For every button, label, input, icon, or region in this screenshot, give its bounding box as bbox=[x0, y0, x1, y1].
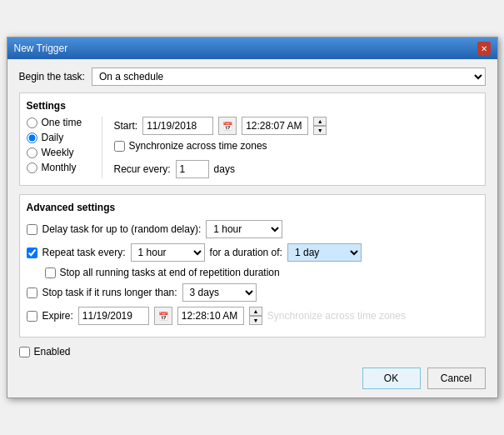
cancel-button[interactable]: Cancel bbox=[427, 368, 486, 389]
expire-checkbox[interactable] bbox=[27, 311, 37, 322]
radio-monthly[interactable]: Monthly bbox=[27, 162, 90, 173]
sync-check-row: Synchronize across time zones bbox=[114, 140, 267, 152]
expire-calendar-button[interactable]: 📅 bbox=[154, 307, 172, 325]
start-label: Start: bbox=[114, 120, 138, 132]
dialog-content: Begin the task: On a schedule At log on … bbox=[7, 59, 497, 398]
ok-button[interactable]: OK bbox=[362, 368, 421, 389]
start-date-input[interactable] bbox=[142, 117, 213, 135]
enabled-row: Enabled bbox=[19, 346, 486, 358]
delay-row: Delay task for up to (random delay): 30 … bbox=[27, 220, 478, 238]
dialog-title: New Trigger bbox=[14, 42, 68, 54]
expire-sync-label: Synchronize across time zones bbox=[267, 310, 406, 322]
enabled-checkbox[interactable] bbox=[19, 347, 30, 358]
start-time-input[interactable] bbox=[242, 117, 308, 135]
settings-right: Start: 📅 ▲ ▼ Synchronize across time zon… bbox=[102, 117, 478, 178]
repeat-label: Repeat task every: bbox=[42, 247, 126, 258]
settings-label: Settings bbox=[27, 100, 478, 112]
expire-time-down-button[interactable]: ▼ bbox=[249, 316, 262, 325]
sync-timezone-checkbox[interactable] bbox=[114, 141, 125, 152]
sync-timezone-label: Synchronize across time zones bbox=[129, 140, 267, 152]
radio-daily-label: Daily bbox=[42, 132, 64, 143]
duration-select[interactable]: 15 minutes 30 minutes 1 hour 12 hours 1 … bbox=[287, 243, 362, 262]
repeat-checkbox[interactable] bbox=[27, 248, 37, 258]
expire-time-up-button[interactable]: ▲ bbox=[249, 307, 262, 316]
title-bar: New Trigger ✕ bbox=[7, 38, 497, 59]
duration-label: for a duration of: bbox=[210, 247, 282, 258]
radio-monthly-label: Monthly bbox=[42, 162, 77, 173]
stop-longer-label: Stop task if it runs longer than: bbox=[42, 287, 177, 298]
stop-all-checkbox[interactable] bbox=[45, 268, 56, 278]
enabled-label: Enabled bbox=[34, 346, 71, 358]
begin-select[interactable]: On a schedule At log on At startup On id… bbox=[92, 68, 486, 86]
stop-all-label: Stop all running tasks at end of repetit… bbox=[60, 267, 280, 278]
days-label: days bbox=[214, 163, 235, 175]
time-down-button[interactable]: ▼ bbox=[313, 126, 327, 135]
stop-all-row: Stop all running tasks at end of repetit… bbox=[45, 267, 478, 278]
repeat-row: Repeat task every: 5 minutes 10 minutes … bbox=[27, 243, 478, 262]
recur-row: Recur every: days bbox=[114, 160, 478, 178]
time-up-button[interactable]: ▲ bbox=[313, 117, 327, 126]
delay-label: Delay task for up to (random delay): bbox=[42, 223, 202, 235]
new-trigger-dialog: New Trigger ✕ Begin the task: On a sched… bbox=[7, 37, 498, 398]
radio-weekly-label: Weekly bbox=[42, 147, 74, 158]
time-spinner[interactable]: ▲ ▼ bbox=[313, 117, 327, 135]
stop-longer-row: Stop task if it runs longer than: 30 min… bbox=[27, 283, 478, 302]
settings-inner: One time Daily Weekly Monthly bbox=[27, 117, 478, 178]
button-row: OK Cancel bbox=[19, 366, 486, 389]
delay-checkbox[interactable] bbox=[27, 224, 37, 235]
stop-longer-select[interactable]: 30 minutes 1 hour 2 hours 3 hours 4 hour… bbox=[182, 283, 257, 302]
begin-row: Begin the task: On a schedule At log on … bbox=[19, 68, 486, 86]
radio-daily[interactable]: Daily bbox=[27, 132, 90, 143]
close-button[interactable]: ✕ bbox=[477, 42, 491, 55]
radio-one-time-label: One time bbox=[42, 117, 82, 128]
expire-row: Expire: 📅 ▲ ▼ Synchronize across time zo… bbox=[27, 307, 478, 325]
begin-label: Begin the task: bbox=[19, 71, 85, 82]
start-row: Start: 📅 ▲ ▼ Synchronize across time zon… bbox=[114, 117, 478, 152]
advanced-label: Advanced settings bbox=[27, 202, 478, 213]
expire-label: Expire: bbox=[42, 310, 73, 322]
stop-longer-checkbox[interactable] bbox=[27, 288, 37, 298]
advanced-section: Advanced settings Delay task for up to (… bbox=[19, 194, 486, 338]
radio-weekly[interactable]: Weekly bbox=[27, 147, 90, 158]
radio-group: One time Daily Weekly Monthly bbox=[27, 117, 102, 178]
delay-select[interactable]: 30 seconds 1 minute 15 minutes 30 minute… bbox=[206, 220, 282, 238]
expire-time-input[interactable] bbox=[177, 307, 244, 325]
recur-input[interactable] bbox=[176, 160, 209, 178]
radio-one-time[interactable]: One time bbox=[27, 117, 90, 128]
settings-section: Settings One time Daily Weekly bbox=[19, 92, 486, 186]
expire-time-spinner[interactable]: ▲ ▼ bbox=[249, 307, 262, 325]
calendar-button[interactable]: 📅 bbox=[218, 117, 237, 135]
recur-label: Recur every: bbox=[114, 163, 171, 175]
repeat-select[interactable]: 5 minutes 10 minutes 15 minutes 30 minut… bbox=[131, 243, 205, 262]
expire-date-input[interactable] bbox=[78, 307, 149, 325]
